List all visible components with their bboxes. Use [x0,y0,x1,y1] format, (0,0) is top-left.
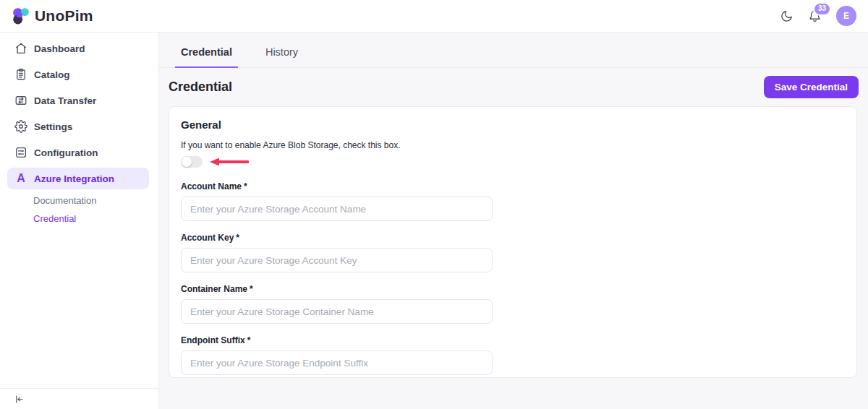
sidebar-item-dashboard[interactable]: Dashboard [0,35,158,61]
sidebar-item-settings[interactable]: Settings [0,113,158,139]
field-label-container-name: Container Name* [181,284,845,294]
field-label-endpoint-suffix: Endpoint Suffix* [181,335,845,345]
toggle-help-text: If you want to enable Azure Blob Storage… [181,140,845,150]
save-credential-button[interactable]: Save Credential [764,76,859,98]
sidebar-item-label: Catalog [34,69,70,80]
collapse-sidebar-button[interactable] [14,394,25,405]
toggle-row [181,156,845,168]
user-avatar[interactable]: E [836,6,856,26]
azure-enable-toggle[interactable] [181,156,203,168]
brand-name: UnoPim [35,7,93,25]
tab-bar: Credential History [159,33,868,68]
field-account-name: Account Name* [181,181,845,221]
sidebar-item-data-transfer[interactable]: Data Transfer [0,87,158,113]
field-account-key: Account Key* [181,233,845,272]
account-key-input[interactable] [181,248,493,272]
field-label-account-key: Account Key* [181,233,845,243]
sidebar-item-catalog[interactable]: Catalog [0,61,158,87]
sliders-icon [14,146,27,159]
unopim-logo-icon [12,7,30,25]
sidebar-subitem-label: Documentation [33,195,96,206]
moon-icon [780,9,793,23]
tab-credential[interactable]: Credential [175,36,238,68]
notification-count-badge: 33 [813,2,831,16]
sidebar-item-label: Azure Integration [34,173,114,184]
sidebar-item-label: Settings [34,121,72,132]
field-label-account-name: Account Name* [181,181,845,191]
gear-icon [14,120,27,133]
collapse-sidebar-icon [14,394,25,405]
brand[interactable]: UnoPim [12,7,93,25]
sidebar-footer [0,388,158,409]
sidebar-item-label: Data Transfer [34,95,96,106]
sidebar-item-configuration[interactable]: Configuration [0,139,158,165]
red-arrow-left-icon [210,158,249,166]
field-endpoint-suffix: Endpoint Suffix* [181,335,845,375]
top-header: UnoPim 33 E [0,0,868,33]
sidebar-subitem-documentation[interactable]: Documentation [0,191,158,210]
sidebar: Dashboard Catalog Data Transfer [0,33,159,409]
container-name-input[interactable] [181,299,493,324]
azure-a-icon: A [14,172,27,185]
dark-mode-button[interactable] [780,9,793,23]
sidebar-item-label: Configuration [34,147,98,158]
transfer-icon [14,94,27,107]
home-icon [14,42,27,55]
tab-history[interactable]: History [260,36,304,68]
toggle-knob [182,157,192,167]
page-title: Credential [169,79,232,95]
notifications-button[interactable]: 33 [808,9,822,23]
page-header: Credential Save Credential [159,68,868,106]
clipboard-icon [14,68,27,81]
field-container-name: Container Name* [181,284,845,324]
sidebar-subitem-credential[interactable]: Credential [0,210,158,228]
sidebar-item-azure-integration[interactable]: A Azure Integration [7,168,149,189]
general-card: General If you want to enable Azure Blob… [169,106,857,378]
account-name-input[interactable] [181,197,493,221]
endpoint-suffix-input[interactable] [181,350,493,375]
main-content: Credential History Credential Save Crede… [159,33,868,409]
section-title: General [181,119,845,131]
sidebar-subitem-label: Credential [33,213,76,224]
sidebar-item-label: Dashboard [34,43,85,54]
